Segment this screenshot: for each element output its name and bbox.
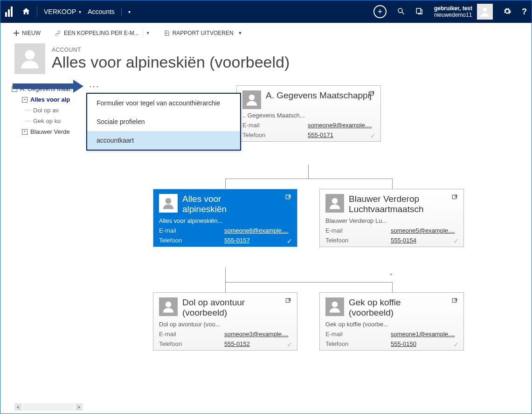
expand-icon[interactable]: + [22, 129, 28, 135]
nav-separator [37, 7, 37, 17]
connector [392, 282, 393, 292]
open-record-icon[interactable] [285, 297, 291, 305]
user-name: gebruiker, test [434, 5, 472, 12]
svg-rect-10 [452, 195, 456, 199]
card-phone-value[interactable]: 555-0152 [224, 340, 250, 347]
card-phone-value[interactable]: 555-0154 [391, 237, 416, 244]
user-block[interactable]: gebruiker, test nieuwedemo11 [434, 4, 493, 20]
chevron-down-icon: ▼ [238, 31, 242, 35]
card-email-value[interactable]: someone1@example.... [391, 331, 455, 338]
tree-label: Alles voor alp [30, 96, 70, 103]
scroll-track[interactable] [23, 403, 74, 411]
tree-node[interactable]: Gek op ko [12, 116, 81, 126]
nav-module-label: VERKOOP [44, 8, 76, 15]
card-avatar-icon [325, 297, 344, 316]
svg-point-11 [166, 302, 172, 308]
card-subtitle: Blauwer Verderop Lu... [325, 217, 458, 224]
menu-item-social-profiles[interactable]: Sociale profielen [87, 112, 240, 131]
svg-rect-2 [416, 8, 421, 14]
card-phone-value[interactable]: 555-0150 [391, 340, 416, 347]
svg-point-7 [166, 198, 172, 204]
menu-item-account-card[interactable]: accountkaart [87, 131, 240, 150]
svg-line-1 [402, 12, 404, 14]
card-email-value[interactable]: someone8@example.... [224, 227, 289, 234]
menu-item-tile-form[interactable]: Formulier voor tegel van accounthiërarch… [87, 94, 240, 112]
tree-label: Dol op av [33, 107, 59, 114]
card-subtitle: .. Gegevens Maatsch... [242, 112, 375, 119]
quick-create-icon[interactable]: + [373, 5, 387, 18]
context-menu: Formulier voor tegel van accounthiërarch… [86, 93, 241, 151]
card-phone-value[interactable]: 555-0171 [308, 131, 333, 138]
expand-chevron-icon[interactable]: ⌄ [389, 270, 394, 276]
nav-module[interactable]: VERKOOP ▾ [44, 8, 81, 15]
connector [225, 282, 392, 283]
card-avatar-icon [242, 90, 261, 109]
svg-rect-6 [369, 91, 373, 95]
card-avatar-icon [159, 297, 178, 316]
run-report-label: RAPPORT UITVOEREN [173, 30, 234, 36]
run-report-button[interactable]: RAPPORT UITVOEREN ▼ [161, 28, 245, 38]
card-subtitle: Gek op koffie (voorbe... [325, 321, 458, 328]
hierarchy-card[interactable]: Blauwer VerderopLuchtvaartmaatsch Blauwe… [319, 189, 464, 247]
check-icon: ✓ [453, 341, 459, 348]
hierarchy-card[interactable]: Gek op koffie(voorbeeld) Gek op koffie (… [319, 292, 464, 351]
tree-label: Blauwer Verde [30, 128, 70, 135]
svg-rect-14 [452, 298, 456, 302]
gear-icon[interactable] [503, 7, 511, 17]
card-subtitle: Dol op avontuur (voo... [159, 321, 291, 328]
nav-right: + gebruiker, test nieuwedemo11 ? [373, 4, 527, 20]
record-type-label: ACCOUNT [52, 47, 290, 53]
new-label: NIEUW [22, 30, 41, 36]
horizontal-scrollbar[interactable]: < > [14, 403, 83, 411]
svg-point-5 [249, 95, 255, 101]
home-icon[interactable] [22, 7, 30, 17]
card-phone-value[interactable]: 555-0157 [224, 237, 250, 244]
connector [225, 179, 392, 179]
help-icon[interactable]: ? [522, 7, 527, 17]
open-record-icon[interactable] [285, 194, 291, 202]
check-icon: ✓ [370, 132, 376, 139]
nav-separator [121, 8, 122, 15]
svg-point-13 [332, 302, 338, 308]
advanced-find-icon[interactable] [415, 7, 424, 17]
connector [392, 179, 393, 189]
record-avatar-icon [14, 43, 45, 74]
card-avatar-icon [159, 194, 178, 213]
hierarchy-card-root[interactable]: A. Gegevens Maatschappij .. Gegevens Maa… [236, 85, 381, 142]
connector [225, 268, 226, 282]
app-logo-icon[interactable] [5, 7, 15, 17]
card-email-value[interactable]: someone3@example.... [224, 331, 289, 338]
tree-node-selected[interactable]: − Alles voor alp [12, 94, 81, 105]
chevron-down-icon: ▾ [79, 9, 81, 14]
check-icon: ✓ [453, 237, 459, 245]
nav-area[interactable]: Accounts [88, 8, 115, 15]
hierarchy-card[interactable]: Dol op avontuur(voorbeeld) Dol op avontu… [153, 292, 297, 351]
card-subtitle: Alles voor alpineskiën... [159, 217, 291, 224]
check-icon: ✓ [287, 341, 292, 348]
svg-rect-8 [286, 195, 290, 199]
callout-arrow [13, 80, 83, 93]
card-email-label: E-mail [325, 227, 391, 234]
tree-node[interactable]: Dol op av [12, 105, 81, 116]
nav-area-chevron[interactable]: ▾ [128, 9, 131, 14]
new-button[interactable]: NIEUW [11, 28, 43, 38]
content-area: − A. Gegevens Maat: − Alles voor alp Dol… [0, 74, 532, 400]
scroll-left-icon[interactable]: < [14, 403, 22, 411]
global-nav: VERKOOP ▾ Accounts ▾ + gebruiker, test n… [0, 0, 532, 23]
open-record-icon[interactable] [451, 297, 458, 305]
collapse-icon[interactable]: − [22, 97, 28, 103]
open-record-icon[interactable] [451, 194, 458, 202]
email-link-split[interactable]: ▼ [143, 29, 153, 37]
hierarchy-card-selected[interactable]: Alles vooralpineskiën Alles voor alpines… [153, 189, 297, 247]
command-bar: NIEUW EEN KOPPELING PER E-M... ▼ RAPPORT… [0, 23, 532, 43]
user-avatar-icon [477, 4, 493, 20]
card-phone-label: Telefoon [325, 237, 391, 244]
scroll-right-icon[interactable]: > [75, 403, 83, 411]
card-email-value[interactable]: someone9@example.... [308, 122, 372, 129]
search-icon[interactable] [397, 7, 405, 17]
card-name: Gek op koffie(voorbeeld) [349, 297, 401, 318]
email-link-button[interactable]: EEN KOPPELING PER E-M... [52, 28, 142, 38]
open-record-icon[interactable] [368, 90, 375, 98]
card-email-value[interactable]: someone5@example.... [391, 227, 455, 234]
tree-node[interactable]: + Blauwer Verde [12, 126, 81, 137]
